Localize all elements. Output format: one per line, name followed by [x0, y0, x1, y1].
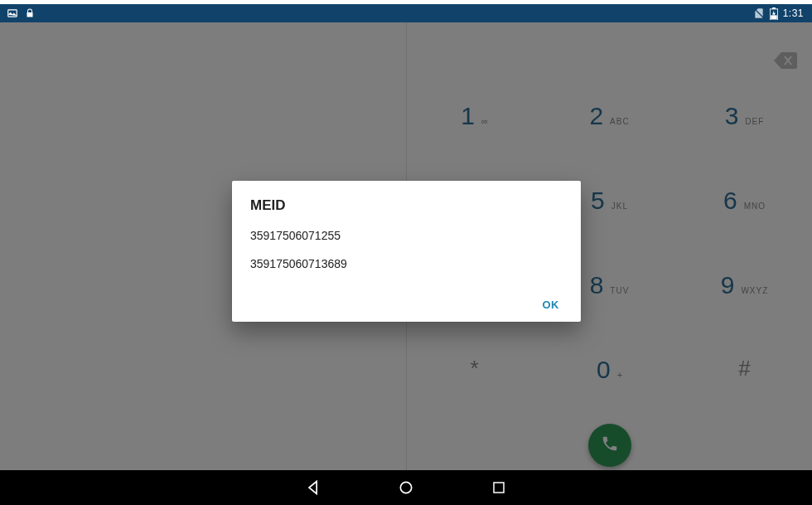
battery-icon — [770, 7, 778, 20]
home-button[interactable] — [397, 478, 415, 497]
screen: 1:31 1 ∞ 2 ABC 3 DEF 4 GHI — [0, 0, 812, 505]
status-bar: 1:31 — [0, 4, 812, 22]
status-right: 1:31 — [753, 7, 812, 20]
lock-icon — [25, 7, 35, 19]
dialog-title: MEID — [250, 197, 563, 214]
meid-value-2: 359175060713689 — [250, 257, 563, 270]
picture-icon — [7, 7, 18, 19]
meid-dialog: MEID 35917506071255 359175060713689 OK — [232, 181, 581, 322]
ok-button[interactable]: OK — [536, 294, 567, 316]
no-sim-icon — [753, 7, 765, 19]
back-button[interactable] — [304, 478, 322, 497]
meid-value-1: 35917506071255 — [250, 229, 563, 242]
recents-button[interactable] — [490, 478, 508, 497]
status-time: 1:31 — [783, 7, 804, 19]
nav-bar — [0, 470, 812, 505]
svg-rect-7 — [494, 483, 504, 493]
svg-rect-0 — [8, 10, 17, 17]
status-left — [0, 7, 35, 19]
dialog-actions: OK — [536, 297, 567, 312]
svg-point-6 — [400, 482, 411, 493]
